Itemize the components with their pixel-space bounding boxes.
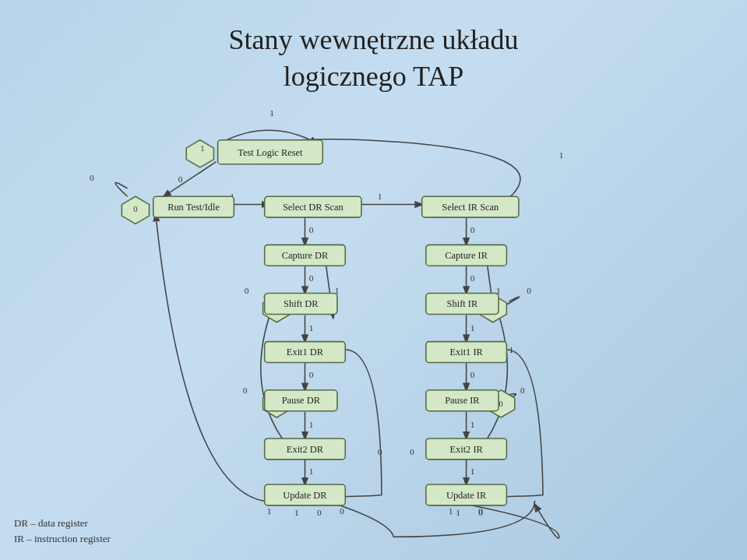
svg-text:0: 0 xyxy=(478,508,483,517)
svg-text:0: 0 xyxy=(499,400,503,408)
title-line2: logicznego TAP xyxy=(284,61,463,92)
svg-text:0: 0 xyxy=(309,370,314,379)
svg-text:0: 0 xyxy=(470,225,475,234)
svg-text:1: 1 xyxy=(559,150,564,160)
svg-text:0: 0 xyxy=(340,506,344,516)
svg-text:Pause IR: Pause IR xyxy=(445,395,480,406)
svg-text:0: 0 xyxy=(470,273,475,283)
title: Stany wewnętrzne układu logicznego TAP xyxy=(0,0,747,95)
svg-text:1: 1 xyxy=(309,420,314,429)
svg-text:Select DR Scan: Select DR Scan xyxy=(283,202,344,213)
svg-text:0: 0 xyxy=(470,370,475,379)
svg-text:1: 1 xyxy=(470,467,475,476)
svg-text:1: 1 xyxy=(470,323,475,333)
svg-text:1: 1 xyxy=(449,506,453,516)
svg-text:Test Logic Reset: Test Logic Reset xyxy=(238,147,303,158)
svg-text:1: 1 xyxy=(309,467,314,476)
svg-text:0: 0 xyxy=(90,173,94,182)
svg-text:Select IR Scan: Select IR Scan xyxy=(442,202,499,213)
svg-text:0: 0 xyxy=(243,386,248,395)
svg-line-1 xyxy=(164,162,216,197)
svg-text:Pause DR: Pause DR xyxy=(282,395,321,406)
svg-text:0: 0 xyxy=(317,508,322,517)
footnote-line2: IR – instruction register xyxy=(14,531,111,547)
svg-text:Exit2 IR: Exit2 IR xyxy=(449,444,483,455)
svg-text:1: 1 xyxy=(309,323,314,333)
svg-text:0: 0 xyxy=(520,386,525,395)
tap-diagram: 1 0 0 1 1 1 0 0 0 1 0 1 xyxy=(0,101,747,553)
svg-text:Exit2 DR: Exit2 DR xyxy=(287,444,324,455)
svg-text:1: 1 xyxy=(378,192,382,201)
svg-text:1: 1 xyxy=(456,508,460,517)
svg-text:1: 1 xyxy=(267,506,272,516)
svg-text:Exit1 IR: Exit1 IR xyxy=(449,347,483,357)
svg-text:0: 0 xyxy=(245,286,249,295)
svg-text:1: 1 xyxy=(270,108,274,118)
svg-text:Capture IR: Capture IR xyxy=(445,250,488,261)
svg-text:Shift DR: Shift DR xyxy=(284,298,319,309)
title-line1: Stany wewnętrzne układu xyxy=(229,24,519,55)
svg-text:Capture DR: Capture DR xyxy=(282,250,329,261)
footnote: DR – data register IR – instruction regi… xyxy=(14,516,111,546)
svg-text:0: 0 xyxy=(410,447,414,456)
svg-text:Update IR: Update IR xyxy=(446,490,487,501)
svg-text:0: 0 xyxy=(178,174,183,184)
svg-text:0: 0 xyxy=(133,205,137,213)
diagram-area: 1 0 0 1 1 1 0 0 0 1 0 1 xyxy=(0,101,747,553)
svg-text:1: 1 xyxy=(294,508,299,517)
svg-text:0: 0 xyxy=(527,286,531,295)
svg-text:1: 1 xyxy=(470,420,475,429)
svg-text:Update DR: Update DR xyxy=(283,490,327,501)
svg-text:Shift IR: Shift IR xyxy=(447,298,478,309)
svg-text:Run Test/Idle: Run Test/Idle xyxy=(167,202,220,213)
svg-text:0: 0 xyxy=(309,225,314,234)
svg-text:Exit1 DR: Exit1 DR xyxy=(287,347,324,357)
svg-text:1: 1 xyxy=(200,144,204,153)
svg-text:0: 0 xyxy=(309,273,314,283)
footnote-line1: DR – data register xyxy=(14,516,111,531)
